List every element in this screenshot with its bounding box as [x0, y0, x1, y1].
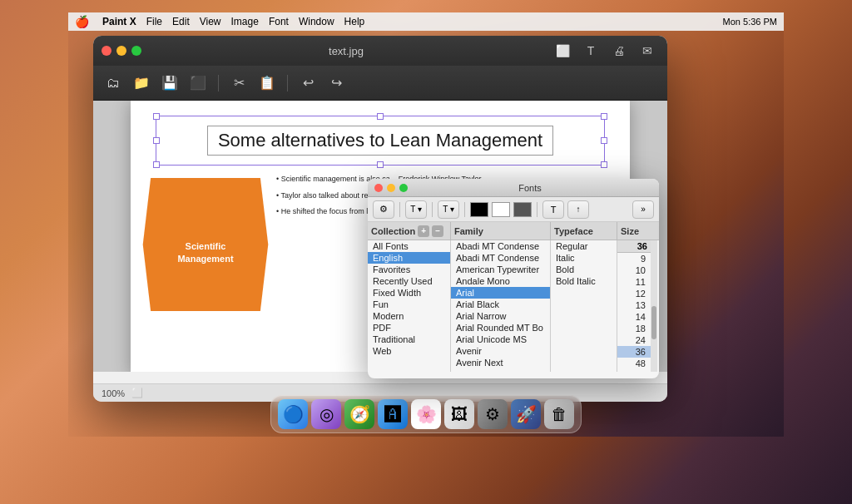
family-arial[interactable]: Arial — [451, 287, 550, 299]
dock-siri[interactable]: ◎ — [311, 399, 341, 429]
collection-web[interactable]: Web — [368, 345, 450, 357]
collection-fun[interactable]: Fun — [368, 299, 450, 310]
collection-pdf[interactable]: PDF — [368, 322, 450, 334]
redo-button[interactable]: ↪ — [324, 72, 348, 95]
collection-scroll[interactable]: All Fonts English Favorites Recently Use… — [368, 240, 450, 372]
menu-edit[interactable]: Edit — [172, 16, 190, 27]
typeface-bold-italic[interactable]: Bold Italic — [551, 275, 617, 287]
collection-modern[interactable]: Modern — [368, 310, 450, 322]
family-abadi-mt-2[interactable]: Abadi MT Condense — [451, 252, 550, 264]
typeface-italic[interactable]: Italic — [551, 252, 617, 264]
add-collection-button[interactable]: + — [418, 225, 429, 237]
minimize-button[interactable] — [116, 46, 126, 56]
fonts-color-black[interactable] — [470, 202, 488, 217]
select-button[interactable]: ⬛ — [186, 72, 210, 95]
fonts-expand-button[interactable]: » — [632, 200, 654, 219]
size-24[interactable]: 24 — [617, 334, 651, 346]
cut-button[interactable]: ✂ — [227, 72, 250, 95]
handle-left-mid[interactable] — [153, 137, 160, 144]
size-12[interactable]: 12 — [617, 288, 651, 299]
dock-photos[interactable]: 🌸 — [411, 399, 441, 429]
menu-image[interactable]: Image — [231, 16, 259, 27]
traffic-lights — [102, 46, 141, 56]
open-button[interactable]: 📁 — [130, 72, 153, 95]
family-arial-rounded[interactable]: Arial Rounded MT Bo — [451, 322, 550, 334]
menu-bar-left: 🍎 Paint X File Edit View Image Font Wind… — [75, 15, 364, 28]
close-button[interactable] — [102, 46, 111, 56]
share-button[interactable]: ✉ — [636, 39, 659, 62]
new-button[interactable]: 🗂 — [102, 72, 125, 95]
size-18[interactable]: 18 — [617, 323, 651, 334]
collection-fixed-width[interactable]: Fixed Width — [368, 287, 450, 299]
size-36[interactable]: 36 — [617, 346, 651, 358]
handle-right-mid[interactable] — [601, 137, 607, 144]
family-header: Family — [451, 222, 551, 240]
collection-traditional[interactable]: Traditional — [368, 334, 450, 345]
size-11[interactable]: 11 — [617, 276, 651, 288]
dock-finder[interactable]: 🔵 — [278, 399, 308, 429]
handle-bottom-right[interactable] — [601, 161, 607, 168]
handle-top-mid[interactable] — [377, 113, 384, 120]
fonts-size-button[interactable]: T ▾ — [405, 200, 427, 219]
family-arial-unicode[interactable]: Arial Unicode MS — [451, 334, 550, 345]
collection-all-fonts[interactable]: All Fonts — [368, 240, 450, 252]
fonts-style-button[interactable]: T ▾ — [438, 200, 459, 219]
fonts-baseline-button[interactable]: ↑ — [567, 200, 589, 219]
remove-collection-button[interactable]: − — [432, 225, 443, 237]
family-american-typewriter[interactable]: American Typewriter — [451, 264, 550, 275]
handle-top-left[interactable] — [153, 113, 160, 120]
menu-help[interactable]: Help — [344, 16, 365, 27]
size-14[interactable]: 14 — [617, 311, 651, 323]
collection-english[interactable]: English — [368, 252, 450, 264]
dock-launchpad[interactable]: 🚀 — [511, 399, 541, 429]
family-avenir[interactable]: Avenir — [451, 345, 550, 357]
size-scroll[interactable]: 9 10 11 12 13 14 18 24 36 48 — [617, 253, 651, 372]
size-10[interactable]: 10 — [617, 264, 651, 276]
typeface-bold[interactable]: Bold — [551, 264, 617, 275]
dock-systemprefs[interactable]: ⚙ — [478, 399, 508, 429]
fonts-close-button[interactable] — [374, 184, 383, 192]
paste-button[interactable]: 📋 — [255, 72, 279, 95]
dock-appstore[interactable]: 🅰 — [378, 399, 408, 429]
menu-app-name[interactable]: Paint X — [102, 16, 136, 27]
dock-safari[interactable]: 🧭 — [344, 399, 374, 429]
family-abadi-mt-1[interactable]: Abadi MT Condense — [451, 240, 550, 252]
fonts-minimize-button[interactable] — [387, 184, 395, 192]
font-button[interactable]: T — [579, 39, 602, 62]
size-48[interactable]: 48 — [617, 358, 651, 369]
collection-recently-used[interactable]: Recently Used — [368, 275, 450, 287]
menu-font[interactable]: Font — [269, 16, 289, 27]
collection-favorites[interactable]: Favorites — [368, 264, 450, 275]
zoom-slider[interactable]: ⬜ — [131, 388, 143, 398]
print-button[interactable]: 🖨 — [607, 39, 631, 62]
fonts-gear-button[interactable]: ⚙ — [373, 200, 394, 219]
fonts-separator-2 — [432, 202, 433, 217]
screen-view-button[interactable]: ⬜ — [551, 39, 574, 62]
size-scrollbar[interactable] — [651, 240, 657, 372]
maximize-button[interactable] — [131, 46, 141, 56]
typeface-scroll[interactable]: Regular Italic Bold Bold Italic — [551, 240, 617, 372]
menu-view[interactable]: View — [200, 16, 221, 27]
fonts-color-outline[interactable] — [492, 202, 510, 217]
save-button[interactable]: 💾 — [158, 72, 181, 95]
fonts-text-button[interactable]: T — [542, 200, 564, 219]
family-andale-mono[interactable]: Andale Mono — [451, 275, 550, 287]
fonts-maximize-button[interactable] — [399, 184, 408, 192]
menu-window[interactable]: Window — [299, 16, 334, 27]
handle-bottom-mid[interactable] — [377, 161, 384, 168]
apple-logo[interactable]: 🍎 — [75, 15, 89, 28]
undo-button[interactable]: ↩ — [296, 72, 320, 95]
menu-file[interactable]: File — [146, 16, 162, 27]
dock-trash[interactable]: 🗑 — [544, 399, 574, 429]
typeface-regular[interactable]: Regular — [551, 240, 617, 252]
family-arial-narrow[interactable]: Arial Narrow — [451, 310, 550, 322]
size-13[interactable]: 13 — [617, 299, 651, 311]
fonts-color-shadow[interactable] — [513, 202, 532, 217]
family-avenir-next[interactable]: Avenir Next — [451, 357, 550, 368]
family-arial-black[interactable]: Arial Black — [451, 299, 550, 310]
dock-paintx[interactable]: 🖼 — [444, 399, 474, 429]
handle-top-right[interactable] — [601, 113, 607, 120]
family-scroll[interactable]: Abadi MT Condense Abadi MT Condense Amer… — [451, 240, 550, 372]
size-9[interactable]: 9 — [617, 253, 651, 264]
handle-bottom-left[interactable] — [153, 161, 160, 168]
